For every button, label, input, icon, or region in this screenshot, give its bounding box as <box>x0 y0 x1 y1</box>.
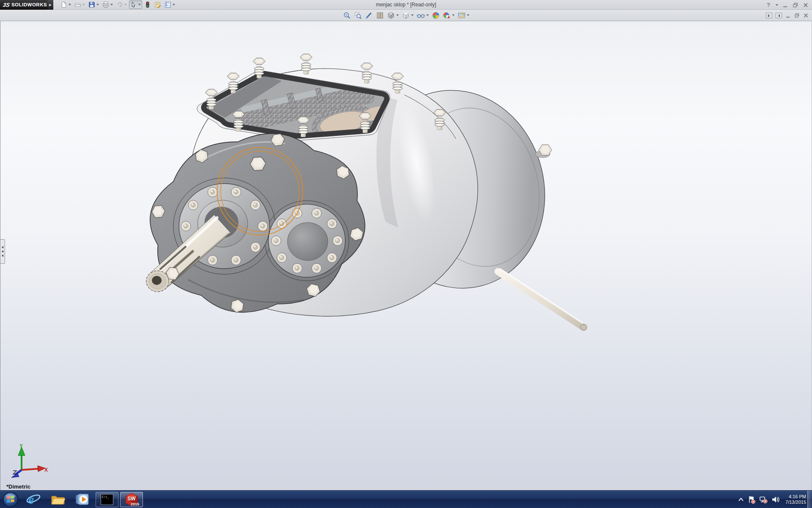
system-tray: 4:16 PM 7/13/2015 <box>738 491 806 508</box>
select-button[interactable] <box>129 0 142 9</box>
display-style-button[interactable] <box>401 11 414 20</box>
new-document-button[interactable] <box>59 0 72 9</box>
open-button[interactable] <box>73 0 86 9</box>
doc-close-button[interactable] <box>803 13 809 18</box>
section-view-icon <box>376 11 384 19</box>
show-hidden-icons-button[interactable] <box>738 497 744 502</box>
standard-toolbar <box>59 0 176 9</box>
collapse-arrow-icon <box>2 250 3 253</box>
document-window-controls: ◧ ◨ <box>766 10 809 21</box>
chevron-down-icon[interactable] <box>452 14 455 16</box>
titlebar: 3S SOLIDWORKS ▶ <box>0 0 812 10</box>
section-view-button[interactable] <box>375 11 385 20</box>
chevron-down-icon[interactable] <box>467 14 469 16</box>
doc-restore-button[interactable] <box>794 13 800 18</box>
zoom-to-fit-button[interactable] <box>342 11 352 20</box>
zoom-to-area-button[interactable] <box>353 11 363 20</box>
doc-minimize-button[interactable] <box>785 13 791 18</box>
solidworks-wordmark: SOLIDWORKS <box>11 2 47 7</box>
titlebar-window-controls: ? <box>767 0 809 10</box>
help-icon[interactable]: ? <box>767 2 770 8</box>
featuremanager-collapsed-tab[interactable] <box>0 239 5 264</box>
triad-y-label: Y <box>19 444 23 449</box>
stoplight-icon <box>144 1 151 8</box>
print-button[interactable] <box>101 0 114 9</box>
clock-time: 4:16 PM <box>785 494 806 500</box>
eyeglasses-icon <box>417 11 425 19</box>
network-error-icon[interactable] <box>759 495 768 504</box>
menu-expand-arrow[interactable]: ▶ <box>47 0 53 10</box>
volume-icon[interactable] <box>771 496 780 503</box>
taskbar-command-prompt[interactable]: C:\_ <box>96 492 118 507</box>
action-center-icon[interactable] <box>748 495 755 504</box>
view-toolbar: ◧ ◨ <box>0 10 812 21</box>
taskbar-windows-explorer[interactable] <box>47 492 69 507</box>
media-player-icon <box>75 492 90 507</box>
window-title: menjac sklop * [Read-only] <box>376 2 436 8</box>
restore-button[interactable] <box>793 2 798 8</box>
triad-x-label: X <box>44 467 48 473</box>
undo-button[interactable] <box>115 0 128 9</box>
graphics-viewport[interactable]: Y X *Dimetric <box>0 21 812 490</box>
zoom-in-out-icon <box>365 11 373 19</box>
save-icon <box>88 1 95 8</box>
internet-explorer-icon: e <box>26 492 41 507</box>
view-settings-icon <box>458 11 466 19</box>
apply-scene-button[interactable] <box>431 11 441 20</box>
selector-rod[interactable] <box>498 269 587 330</box>
taskbar-internet-explorer[interactable]: e <box>22 492 45 507</box>
save-button[interactable] <box>87 0 100 9</box>
view-orientation-button[interactable] <box>386 11 400 20</box>
chevron-down-icon[interactable] <box>82 4 85 6</box>
heads-up-toolbar <box>342 11 470 20</box>
chevron-down-icon[interactable] <box>110 4 113 6</box>
clock-date: 7/13/2015 <box>785 500 806 505</box>
rebuild-button[interactable] <box>143 0 152 9</box>
svg-text:e: e <box>28 492 34 506</box>
chevron-down-icon[interactable] <box>396 14 399 16</box>
show-desktop-button[interactable] <box>807 491 812 508</box>
options-icon <box>165 1 171 8</box>
view-orientation-label: *Dimetric <box>6 483 30 490</box>
edit-appearance-button[interactable] <box>442 11 455 20</box>
zoom-to-area-icon <box>354 11 362 19</box>
view-settings-button[interactable] <box>457 11 470 20</box>
chevron-down-icon[interactable] <box>124 4 127 6</box>
chevron-down-icon[interactable] <box>776 4 778 6</box>
display-style-icon <box>402 11 410 19</box>
file-properties-button[interactable] <box>153 0 162 9</box>
folder-icon <box>50 493 66 506</box>
view-orientation-icon <box>387 11 395 19</box>
zoom-in-out-button[interactable] <box>364 11 374 20</box>
solidworks-2015-icon: SW 2015 <box>125 493 138 506</box>
chevron-down-icon[interactable] <box>96 4 99 6</box>
minimize-button[interactable] <box>782 2 788 8</box>
collapse-right-pane-button[interactable]: ◨ <box>776 13 782 18</box>
taskbar-media-player[interactable] <box>71 492 94 507</box>
taskbar-solidworks[interactable]: SW 2015 <box>120 492 143 507</box>
chevron-down-icon[interactable] <box>138 4 141 6</box>
collapse-left-pane-button[interactable]: ◧ <box>766 13 772 18</box>
start-button[interactable] <box>0 491 21 508</box>
chevron-down-icon[interactable] <box>173 4 175 6</box>
chevron-down-icon[interactable] <box>411 14 414 16</box>
drain-plug[interactable] <box>535 145 551 158</box>
command-prompt-icon: C:\_ <box>101 494 113 505</box>
close-button[interactable] <box>803 2 809 8</box>
output-bearing-cover[interactable] <box>269 204 346 277</box>
gearbox-model[interactable] <box>0 21 812 490</box>
windows-orb-icon <box>2 491 19 508</box>
chevron-down-icon[interactable] <box>69 4 71 6</box>
chevron-down-icon[interactable] <box>426 14 429 16</box>
taskbar-clock[interactable]: 4:16 PM 7/13/2015 <box>785 494 806 505</box>
ds-logo-mark: 3S <box>2 2 10 8</box>
options-button[interactable] <box>163 0 176 9</box>
file-properties-icon <box>154 1 161 8</box>
collapse-arrow-icon <box>2 246 3 248</box>
zoom-to-fit-icon <box>343 11 351 19</box>
print-icon <box>102 1 109 8</box>
collapse-arrow-icon <box>2 254 3 257</box>
taskbar: e C:\_ <box>0 490 812 508</box>
hide-show-items-button[interactable] <box>416 11 430 20</box>
undo-icon <box>116 1 123 8</box>
